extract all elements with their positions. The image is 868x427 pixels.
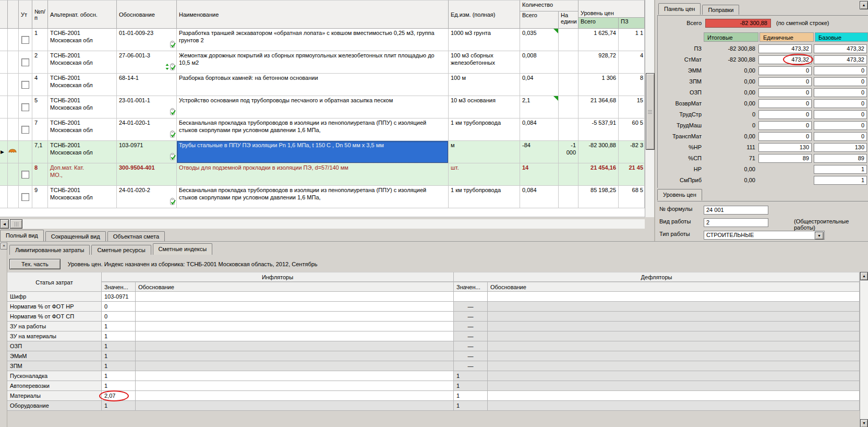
price-baz-field[interactable]: 130 xyxy=(814,143,867,152)
indexes-defl-value-cell[interactable]: — xyxy=(454,361,488,371)
close-icon[interactable]: × xyxy=(1,243,7,250)
price-baz-field[interactable]: 0 xyxy=(814,132,867,141)
table-row[interactable]: 2ТСНБ-2001Московская обл27-06-001-3Жемон… xyxy=(0,51,645,74)
indexes-defl-value-cell[interactable] xyxy=(454,292,488,302)
indexes-infl-just-cell[interactable] xyxy=(136,351,454,361)
price-baz-field[interactable]: 0 xyxy=(814,77,867,86)
panel-scroll-up-button[interactable]: ▲ xyxy=(860,1,868,9)
note-check-icon[interactable] xyxy=(170,63,176,73)
indexes-row[interactable]: Шифр103-0971 xyxy=(7,292,860,302)
approve-checkbox[interactable] xyxy=(21,58,29,66)
table-row[interactable]: 4ТСНБ-2001Московская обл68-14-1Разборка … xyxy=(0,74,645,96)
price-panel-tab-1[interactable]: Панель цен xyxy=(658,3,701,15)
price-edin-field[interactable]: 89 xyxy=(758,154,812,163)
indexes-row[interactable]: Оборудование11 xyxy=(7,401,860,411)
header-ut[interactable]: Ут xyxy=(19,0,32,29)
indexes-defl-just-cell[interactable] xyxy=(488,292,860,302)
price-baz-field[interactable]: 0 xyxy=(814,99,867,108)
table-row[interactable]: ▶7,1ТСНБ-2001Московская обл103-0971Трубы… xyxy=(0,141,645,163)
indexes-defl-just-cell[interactable] xyxy=(488,302,860,312)
work-name-cell[interactable]: Отводы для подземной прокладки в изоляци… xyxy=(177,163,449,186)
price-total-field[interactable]: -82 300,88 xyxy=(705,19,771,28)
scroll-down-button[interactable]: ▼ xyxy=(860,419,868,427)
price-baz-field[interactable]: 0 xyxy=(814,66,867,75)
indexes-defl-just-cell[interactable] xyxy=(488,401,860,411)
indexes-infl-value-cell[interactable]: 103-0971 xyxy=(102,292,136,302)
approve-checkbox[interactable] xyxy=(21,103,29,111)
indexes-infl-value-cell[interactable]: 1 xyxy=(102,371,136,381)
note-check-icon[interactable] xyxy=(170,153,176,162)
indexes-defl-just-cell[interactable] xyxy=(488,391,860,401)
indexes-infl-just-cell[interactable] xyxy=(136,341,454,351)
indexes-defl-just-cell[interactable] xyxy=(488,322,860,331)
indexes-infl-just-cell[interactable] xyxy=(136,331,454,341)
indexes-infl-value-cell[interactable]: 0 xyxy=(102,302,136,312)
header-price-level[interactable]: Уровень цен xyxy=(578,0,645,18)
indexes-row[interactable]: Норматив % от ФОТ НР0— xyxy=(7,302,860,312)
approve-checkbox[interactable] xyxy=(21,126,29,134)
indexes-infl-just-cell[interactable] xyxy=(136,381,454,391)
indexes-infl-just-cell[interactable] xyxy=(136,391,454,401)
price-field-input[interactable]: 2 xyxy=(704,218,768,227)
indexes-infl-value-cell[interactable]: 0 xyxy=(102,312,136,322)
indexes-infl-value-cell[interactable]: 1 xyxy=(102,331,136,341)
indexes-vertical-scrollbar[interactable]: ▲ ▼ xyxy=(860,272,868,427)
price-edin-field[interactable]: 0 xyxy=(758,77,812,86)
approve-checkbox[interactable] xyxy=(21,36,29,44)
indexes-tab-1[interactable]: Лимитированные затраты xyxy=(9,245,90,255)
indexes-defl-just-cell[interactable] xyxy=(488,381,860,391)
indexes-defl-value-cell[interactable]: 1 xyxy=(454,381,488,391)
indexes-infl-value-cell[interactable]: 2,07 xyxy=(102,391,136,401)
view-tab-2[interactable]: Сокращенный вид xyxy=(45,231,106,241)
header-just[interactable]: Обоснование xyxy=(117,0,177,29)
work-name-cell[interactable]: Бесканальная прокладка трубопроводов в и… xyxy=(177,186,449,208)
indexes-tab-3[interactable]: Сметные индексы xyxy=(153,243,213,255)
indexes-defl-just-cell[interactable] xyxy=(488,371,860,381)
work-name-cell[interactable]: Устройство основания под трубопроводы пе… xyxy=(177,96,449,118)
indexes-defl-just-cell[interactable] xyxy=(488,341,860,351)
indexes-row[interactable]: ЗУ на материалы1— xyxy=(7,331,860,341)
indexes-infl-value-cell[interactable]: 1 xyxy=(102,381,136,391)
price-edin-field[interactable]: 0 xyxy=(758,132,812,141)
indexes-row[interactable]: Пусконаладка11 xyxy=(7,371,860,381)
price-edin-field[interactable]: 130 xyxy=(758,143,812,152)
approve-checkbox[interactable] xyxy=(21,171,29,179)
note-check-icon[interactable] xyxy=(170,198,176,207)
work-name-cell[interactable]: Трубы стальные в ППУ ПЭ изоляции Pn 1,6 … xyxy=(177,141,449,163)
table-row[interactable]: 1ТСНБ-2001Московская обл01-01-009-23Разр… xyxy=(0,29,645,51)
dropdown-arrow-icon[interactable]: ▼ xyxy=(815,232,824,240)
work-name-cell[interactable]: Бесканальная прокладка трубопроводов в и… xyxy=(177,118,449,141)
indexes-defl-value-cell[interactable]: — xyxy=(454,351,488,361)
price-baz-field[interactable]: 473,32 xyxy=(814,55,867,64)
indexes-row[interactable]: ЗПМ1— xyxy=(7,361,860,371)
header-qty-total[interactable]: Всего xyxy=(520,11,559,29)
indexes-infl-just-cell[interactable] xyxy=(136,312,454,322)
table-row[interactable]: 9ТСНБ-2001Московская обл24-01-020-2Беска… xyxy=(0,186,645,208)
indexes-infl-value-cell[interactable]: 1 xyxy=(102,401,136,411)
price-panel-tab-2[interactable]: Поправки xyxy=(702,5,739,15)
indexes-infl-just-cell[interactable] xyxy=(136,292,454,302)
price-edin-field[interactable]: 473,32 xyxy=(758,55,812,64)
horizontal-scroll-thumb[interactable] xyxy=(10,219,22,229)
header-price-total[interactable]: Всего xyxy=(578,18,619,29)
price-field-input[interactable]: 24 001 xyxy=(704,206,768,215)
view-tab-1[interactable]: Полный вид xyxy=(0,230,44,241)
work-name-cell[interactable]: Разборка бортовых камней: на бетонном ос… xyxy=(177,74,449,96)
indexes-defl-value-cell[interactable]: — xyxy=(454,331,488,341)
indexes-infl-value-cell[interactable]: 1 xyxy=(102,361,136,371)
indexes-defl-just-cell[interactable] xyxy=(488,331,860,341)
panel-left-splitter[interactable]: × xyxy=(0,242,7,427)
vertical-scroll-thumb[interactable] xyxy=(646,73,655,150)
table-row[interactable]: 8Доп.мат. Кат.МО.,300-9504-401Отводы для… xyxy=(0,163,645,186)
indexes-infl-value-cell[interactable]: 1 xyxy=(102,351,136,361)
table-row[interactable]: 5ТСНБ-2001Московская обл23-01-001-1Устро… xyxy=(0,96,645,118)
indexes-row[interactable]: Материалы2,071 xyxy=(7,391,860,401)
grid-vertical-scrollbar[interactable] xyxy=(645,0,654,217)
note-check-icon[interactable] xyxy=(170,108,176,117)
indexes-infl-value-cell[interactable]: 1 xyxy=(102,341,136,351)
indexes-defl-value-cell[interactable]: 1 xyxy=(454,401,488,411)
scroll-left-button[interactable]: ◄ xyxy=(0,219,9,229)
header-qty[interactable]: Количество xyxy=(520,0,578,11)
header-unit[interactable]: Ед.изм. (полная) xyxy=(449,0,520,29)
price-baz-field[interactable]: 89 xyxy=(814,154,867,163)
